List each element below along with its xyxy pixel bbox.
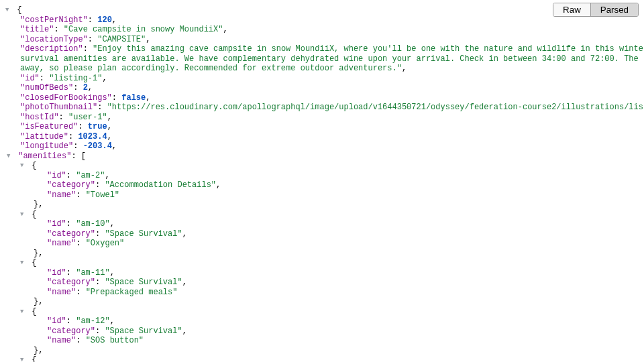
json-line: },: [0, 346, 644, 356]
json-line: "id": "am-11",: [0, 268, 644, 278]
json-line: ▼ "amenities": [: [0, 152, 644, 162]
json-line: "category": "Space Survival",: [0, 278, 644, 288]
disclosure-triangle[interactable]: ▼: [20, 210, 27, 220]
json-line: "longitude": -203.4,: [0, 141, 644, 152]
disclosure-triangle[interactable]: ▼: [7, 152, 13, 162]
json-line: ▼ {: [0, 210, 644, 220]
json-line: ▼ {: [0, 307, 644, 317]
json-line: "id": "listing-1",: [0, 74, 644, 84]
json-line: "title": "Cave campsite in snowy Moundii…: [0, 25, 644, 35]
json-tree: ▼ {"costPerNight": 120,"title": "Cave ca…: [0, 5, 644, 362]
json-line: "id": "am-2",: [0, 171, 644, 181]
json-line: "photoThumbnail": "https://res.cloudinar…: [0, 103, 644, 113]
json-line: "id": "am-12",: [0, 316, 644, 326]
json-line: ▼ {: [0, 5, 644, 15]
json-line: "closedForBookings": false,: [0, 93, 644, 103]
json-line: "locationType": "CAMPSITE",: [0, 35, 644, 45]
json-line: "id": "am-10",: [0, 219, 644, 229]
json-line: },: [0, 249, 644, 259]
json-line: ▼ {: [0, 161, 644, 171]
json-line: "name": "SOS button": [0, 336, 644, 346]
json-line: "name": "Oxygen": [0, 239, 644, 249]
disclosure-triangle[interactable]: ▼: [5, 5, 12, 15]
json-line: },: [0, 200, 644, 210]
json-line: "name": "Towel": [0, 190, 644, 200]
json-line: away, so please plan accordingly. Recomm…: [0, 64, 644, 74]
disclosure-triangle[interactable]: ▼: [20, 355, 27, 362]
json-line: "description": "Enjoy this amazing cave …: [0, 44, 644, 54]
json-line: ▼ {: [0, 355, 644, 362]
json-line: ▼ {: [0, 258, 644, 268]
json-line: "category": "Accommodation Details",: [0, 180, 644, 190]
json-line: survival amenities are available. We hav…: [0, 54, 644, 64]
json-line: },: [0, 297, 644, 307]
json-line: "costPerNight": 120,: [0, 15, 644, 25]
json-line: "latitude": 1023.4,: [0, 132, 644, 142]
disclosure-triangle[interactable]: ▼: [20, 161, 27, 171]
disclosure-triangle[interactable]: ▼: [20, 307, 27, 317]
json-line: "numOfBeds": 2,: [0, 83, 644, 93]
json-line: "category": "Space Survival",: [0, 326, 644, 337]
json-line: "isFeatured": true,: [0, 122, 644, 132]
json-line: "hostId": "user-1",: [0, 113, 644, 123]
json-line: "name": "Prepackaged meals": [0, 288, 644, 298]
json-line: "category": "Space Survival",: [0, 229, 644, 239]
disclosure-triangle[interactable]: ▼: [20, 258, 27, 268]
